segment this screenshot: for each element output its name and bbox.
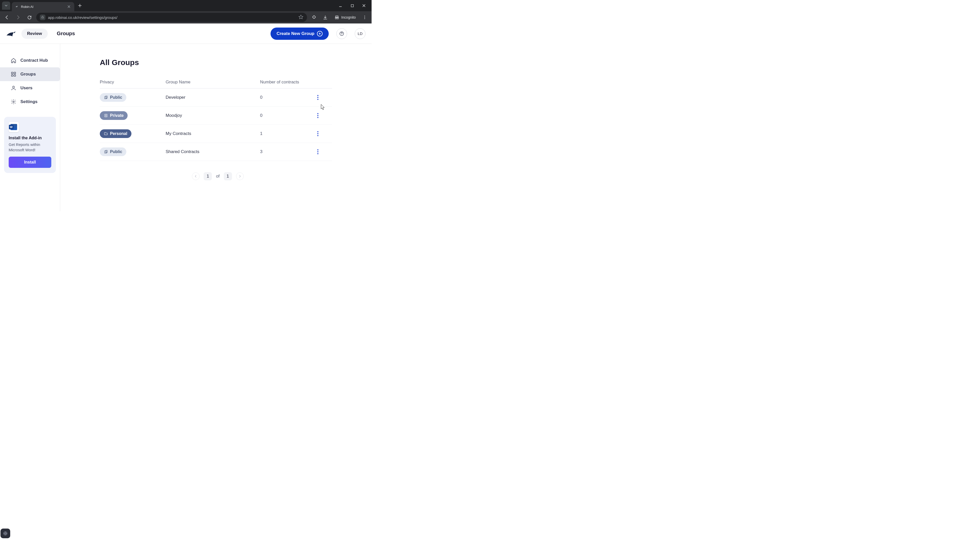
svg-point-20 <box>317 115 318 116</box>
svg-point-3 <box>364 18 365 19</box>
svg-point-21 <box>317 117 318 118</box>
home-icon <box>11 58 16 63</box>
promo-title: Install the Add-in <box>9 136 51 140</box>
svg-point-29 <box>317 153 318 154</box>
page-title: Groups <box>57 30 75 37</box>
svg-rect-13 <box>106 96 107 98</box>
svg-point-23 <box>317 133 318 134</box>
window-minimize-button[interactable] <box>337 2 344 9</box>
svg-point-28 <box>317 151 318 152</box>
svg-rect-7 <box>14 72 16 74</box>
svg-rect-6 <box>11 72 13 74</box>
svg-point-14 <box>317 95 318 96</box>
svg-point-24 <box>317 135 318 136</box>
browser-toolbar: app.robinai.co.uk/review/settings/groups… <box>0 11 372 24</box>
main-title: All Groups <box>100 58 336 67</box>
row-actions-button[interactable] <box>313 111 322 120</box>
tab-title: Robin AI <box>21 5 65 9</box>
contract-count-cell: 0 <box>260 95 313 100</box>
row-actions-button[interactable] <box>313 148 322 156</box>
group-name-cell: My Contracts <box>165 131 260 136</box>
table-header-row: Privacy Group Name Number of contracts <box>100 76 332 89</box>
window-close-button[interactable] <box>360 2 368 9</box>
install-addon-button[interactable]: Install <box>9 157 51 168</box>
col-header-privacy: Privacy <box>100 79 165 85</box>
promo-subtitle: Get Reports within Microsoft Word! <box>9 142 51 152</box>
privacy-badge-private: Private <box>100 111 127 120</box>
contract-count-cell: 3 <box>260 149 313 154</box>
contract-count-cell: 0 <box>260 113 313 118</box>
incognito-indicator[interactable]: Incognito <box>332 14 358 20</box>
browser-tab[interactable]: Robin AI <box>12 2 74 11</box>
sidebar-item-users[interactable]: Users <box>0 81 60 95</box>
svg-point-10 <box>13 86 14 88</box>
reload-button[interactable] <box>25 13 34 22</box>
user-icon <box>11 85 16 91</box>
new-tab-button[interactable] <box>76 2 83 9</box>
svg-point-27 <box>317 149 318 150</box>
app-logo-icon[interactable] <box>6 28 17 39</box>
svg-point-19 <box>317 113 318 114</box>
privacy-badge-public: Public <box>100 148 126 156</box>
col-header-contracts: Number of contracts <box>260 79 313 85</box>
back-button[interactable] <box>3 13 11 22</box>
pagination: 1 of 1 <box>100 172 336 180</box>
svg-point-22 <box>317 131 318 132</box>
svg-point-1 <box>364 16 365 16</box>
grid-icon <box>11 71 16 77</box>
word-icon <box>9 122 19 132</box>
site-info-icon[interactable] <box>40 14 45 20</box>
svg-rect-8 <box>11 75 13 76</box>
row-actions-button[interactable] <box>313 130 322 138</box>
app-header: Review Groups Create New Group + LD <box>0 24 372 44</box>
bookmark-icon[interactable] <box>298 14 304 21</box>
sidebar-item-groups[interactable]: Groups <box>0 67 60 81</box>
extensions-icon[interactable] <box>310 13 318 22</box>
help-button[interactable] <box>336 28 347 39</box>
group-name-cell: Shared Contracts <box>165 149 260 154</box>
tab-search-dropdown[interactable] <box>2 2 10 10</box>
svg-rect-9 <box>14 75 16 76</box>
privacy-badge-personal: Personal <box>100 129 131 138</box>
svg-point-11 <box>13 101 14 103</box>
user-avatar-button[interactable]: LD <box>355 28 366 39</box>
addon-promo-card: Install the Add-in Get Reports within Mi… <box>4 117 56 173</box>
window-maximize-button[interactable] <box>348 2 356 9</box>
page-total: 1 <box>224 172 232 180</box>
page-prev-button[interactable] <box>192 172 200 180</box>
page-current: 1 <box>204 172 212 180</box>
page-next-button[interactable] <box>236 172 244 180</box>
groups-table: Privacy Group Name Number of contracts P… <box>100 76 332 161</box>
pagination-of-label: of <box>216 174 220 179</box>
svg-point-18 <box>106 115 107 116</box>
tab-favicon-icon <box>15 5 19 9</box>
svg-point-15 <box>317 97 318 98</box>
forward-button[interactable] <box>14 13 22 22</box>
table-row[interactable]: Personal My Contracts 1 <box>100 125 332 143</box>
address-bar[interactable]: app.robinai.co.uk/review/settings/groups… <box>36 13 307 22</box>
svg-point-2 <box>364 17 365 18</box>
col-header-name: Group Name <box>165 79 260 85</box>
gear-icon <box>11 99 16 105</box>
privacy-badge-public: Public <box>100 93 126 102</box>
plus-circle-icon: + <box>317 31 323 37</box>
group-name-cell: Moodjoy <box>165 113 260 118</box>
svg-point-5 <box>342 35 342 35</box>
review-nav-pill[interactable]: Review <box>21 29 48 39</box>
table-row[interactable]: Private Moodjoy 0 <box>100 106 332 125</box>
main-content: All Groups Privacy Group Name Number of … <box>60 44 372 211</box>
sidebar: Contract Hub Groups Users Settings Insta… <box>0 44 60 211</box>
tab-close-icon[interactable] <box>67 4 71 9</box>
svg-rect-0 <box>351 4 353 6</box>
contract-count-cell: 1 <box>260 131 313 136</box>
url-text: app.robinai.co.uk/review/settings/groups… <box>48 15 296 20</box>
create-new-group-button[interactable]: Create New Group + <box>270 27 329 40</box>
browser-menu-icon[interactable] <box>360 13 369 22</box>
downloads-icon[interactable] <box>321 13 329 22</box>
sidebar-item-contract-hub[interactable]: Contract Hub <box>0 54 60 67</box>
table-row[interactable]: Public Developer 0 <box>100 89 332 106</box>
sidebar-item-settings[interactable]: Settings <box>0 95 60 109</box>
row-actions-button[interactable] <box>313 94 322 102</box>
browser-tab-strip: Robin AI <box>0 0 372 11</box>
table-row[interactable]: Public Shared Contracts 3 <box>100 143 332 161</box>
